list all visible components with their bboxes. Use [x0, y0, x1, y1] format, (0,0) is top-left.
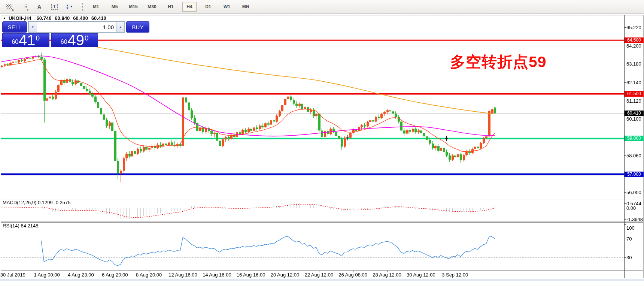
rsi-tick-70: 70: [626, 236, 644, 242]
timeframe-group: M1M5M15M30H1H4D1W1MN: [85, 2, 257, 12]
price-tick-65.220: 65.220: [626, 25, 644, 30]
chevron-down-icon: ▼: [70, 5, 73, 8]
price-tick-61.120: 61.120: [626, 98, 644, 104]
price-tick-64.200: 64.200: [626, 43, 644, 49]
volume-input[interactable]: [37, 22, 116, 32]
rsi-label: RSI(14) 64.2148: [3, 223, 38, 229]
timeframe-d1[interactable]: D1: [201, 2, 215, 12]
date-label: 30 Jul 2019: [0, 272, 25, 278]
textbox-glyph: T: [51, 4, 58, 10]
indicators-icon[interactable]: E: [4, 2, 15, 12]
date-label: 12 Aug 16:00: [168, 272, 197, 278]
timeframe-m30[interactable]: M30: [145, 2, 159, 12]
text-glyph: A: [37, 4, 41, 10]
trading-terminal-window: E F A T ▲▼ ▼ M1M5M15M30H1H4D1W1MN ▲ UKOi…: [0, 0, 644, 281]
sell-button[interactable]: SELL: [2, 21, 27, 33]
sell-price-tile[interactable]: 60 41 0: [2, 33, 49, 47]
grid-glyph: [21, 4, 27, 9]
buy-price-prefix: 60: [61, 39, 67, 45]
one-click-trading-panel: SELL ▼ ▲ BUY 60 41 0 60 49 0: [2, 21, 98, 47]
timeframe-h1[interactable]: H1: [164, 2, 178, 12]
date-label: 1 Aug 00:00: [34, 272, 60, 278]
rsi-tick-100: 100: [626, 225, 644, 231]
sell-price-main: 41: [19, 34, 36, 46]
rsi-tick-30: 30: [626, 255, 644, 260]
date-label: 3 Sep 12:00: [442, 272, 468, 278]
timeframe-w1[interactable]: W1: [220, 2, 234, 12]
macd-name: MACD(12,26,9): [3, 200, 36, 205]
text-label-icon[interactable]: A: [34, 2, 45, 12]
volume-increase-button[interactable]: ▲: [116, 22, 125, 32]
price-tick-60.100: 60.100: [626, 116, 644, 122]
sell-price-pip: 0: [36, 34, 40, 42]
volume-decrease-button[interactable]: ▼: [28, 22, 37, 32]
buy-price-tile[interactable]: 60 49 0: [51, 33, 98, 47]
date-label: 22 Aug 12:00: [305, 272, 334, 278]
date-label: 4 Aug 23:00: [68, 272, 94, 278]
price-tick-62.140: 62.140: [626, 80, 644, 85]
timeframe-h4[interactable]: H4: [182, 2, 197, 12]
toolbar-separator: [82, 3, 83, 11]
price-tick-63.180: 63.180: [626, 61, 644, 67]
date-label: 28 Aug 12:00: [373, 272, 401, 278]
up-down-arrows-glyph: ▲▼: [66, 4, 69, 10]
buy-price-pip: 0: [85, 34, 89, 42]
buy-price-main: 49: [68, 34, 85, 46]
rsi-name: RSI(14): [3, 223, 19, 229]
hatch-glyph: [6, 4, 12, 9]
timeframe-mn[interactable]: MN: [239, 2, 253, 12]
symbol-period-label: UKOil-,H4: [9, 15, 31, 21]
date-label: 8 Aug 20:00: [136, 272, 162, 278]
drawing-tools-group: E F A T ▲▼ ▼: [0, 2, 79, 12]
current-price-badge: 60.410: [625, 111, 644, 116]
date-label: 16 Aug 16:00: [237, 272, 265, 278]
level-badge-61.500: 61.500: [625, 91, 644, 97]
chart-annotation: 多空转折点59: [450, 52, 547, 72]
grid-sub-label: F: [27, 8, 29, 12]
macd-tick--1.3948: -1.3948: [626, 217, 644, 222]
timeframe-m1[interactable]: M1: [89, 2, 103, 12]
date-label: 26 Aug 08:00: [338, 272, 367, 278]
close-value: 60.410: [91, 15, 106, 21]
date-label: 20 Aug 12:00: [271, 272, 300, 278]
text-box-icon[interactable]: T: [49, 2, 60, 12]
date-label: 30 Aug 12:00: [407, 272, 435, 278]
toolbar: E F A T ▲▼ ▼ M1M5M15M30H1H4D1W1MN: [0, 0, 644, 13]
volume-stepper: ▼ ▲: [28, 21, 125, 33]
level-badge-59.000: 59.000: [625, 136, 644, 141]
collapse-triangle-icon: ▲: [3, 16, 6, 20]
chart-title: ▲ UKOil-,H4 60.740 60.840 60.400 60.410: [3, 15, 110, 21]
grid-icon[interactable]: F: [19, 2, 30, 12]
high-value: 60.840: [55, 15, 70, 21]
indicators-sub-label: E: [12, 8, 14, 12]
arrange-arrows-icon[interactable]: ▲▼ ▼: [64, 2, 75, 12]
date-label: 6 Aug 20:00: [102, 272, 128, 278]
level-badge-64.500: 64.500: [625, 37, 644, 43]
sell-price-prefix: 60: [12, 39, 18, 45]
window-bottom-strip: [0, 279, 644, 281]
buy-button[interactable]: BUY: [126, 21, 149, 33]
low-value: 60.400: [73, 15, 88, 21]
date-label: 14 Aug 16:00: [203, 272, 231, 278]
open-value: 60.740: [37, 15, 52, 21]
macd-tick-0.00: 0.00: [626, 205, 644, 211]
timeframe-m15[interactable]: M15: [126, 2, 140, 12]
macd-label: MACD(12,26,9) 0.1299 -0.2575: [3, 200, 70, 205]
timeframe-m5[interactable]: M5: [107, 2, 122, 12]
macd-values: 0.1299 -0.2575: [38, 200, 70, 205]
price-tick-58.060: 58.060: [626, 153, 644, 158]
price-tick-56.000: 56.000: [626, 190, 644, 195]
level-badge-57.000: 57.000: [625, 172, 644, 177]
rsi-value: 64.2148: [21, 223, 38, 229]
